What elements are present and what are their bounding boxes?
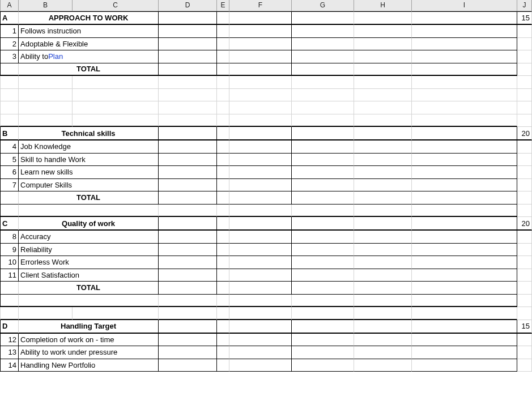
item-number: 12: [0, 334, 19, 347]
cell-empty[interactable]: [229, 25, 292, 38]
item-row[interactable]: 5 Skill to handle Work: [0, 154, 532, 167]
cell-empty[interactable]: [292, 38, 354, 51]
item-label: Ability to Plan: [19, 50, 159, 63]
item-row[interactable]: 14 Handling New Portfolio: [0, 359, 532, 372]
cell-empty[interactable]: [354, 63, 412, 76]
col-header-B[interactable]: B: [19, 0, 73, 11]
cell-empty[interactable]: [159, 127, 217, 140]
hyperlink-text[interactable]: Plan: [48, 52, 63, 61]
section-b-score: 20: [517, 127, 532, 140]
column-headers: A B C D E F G H I J: [0, 0, 532, 11]
cell-empty[interactable]: [517, 38, 532, 51]
cell-empty[interactable]: [292, 63, 354, 76]
blank-row[interactable]: [0, 205, 532, 218]
col-header-E[interactable]: E: [217, 0, 229, 11]
cell-empty[interactable]: [292, 127, 354, 140]
cell-empty[interactable]: [517, 63, 532, 76]
cell-empty[interactable]: [159, 25, 217, 38]
cell-empty[interactable]: [229, 38, 292, 51]
cell-empty[interactable]: [217, 50, 229, 63]
item-row[interactable]: 3 Ability to Plan: [0, 50, 532, 63]
cell-empty[interactable]: [354, 50, 412, 63]
cell-empty[interactable]: [159, 38, 217, 51]
item-row[interactable]: 12 Completion of work on - time: [0, 334, 532, 347]
cell-empty[interactable]: [229, 50, 292, 63]
section-c-header[interactable]: C Quality of work 20: [0, 217, 532, 231]
blank-row[interactable]: [0, 307, 532, 320]
cell-empty[interactable]: [229, 63, 292, 76]
item-row[interactable]: 8 Accuracy: [0, 231, 532, 244]
cell-empty[interactable]: [292, 25, 354, 38]
col-header-D[interactable]: D: [159, 0, 217, 11]
total-row[interactable]: TOTAL: [0, 282, 532, 295]
cell-empty[interactable]: [217, 63, 229, 76]
cell-empty[interactable]: [517, 50, 532, 63]
col-header-G[interactable]: G: [292, 0, 354, 11]
col-header-J[interactable]: J: [517, 0, 532, 11]
item-row[interactable]: 11 Client Satisfaction: [0, 269, 532, 282]
col-header-A[interactable]: A: [0, 0, 19, 11]
cell-empty[interactable]: [217, 11, 229, 25]
item-row[interactable]: 9 Reliability: [0, 244, 532, 257]
item-row[interactable]: 13 Ability to work under pressure: [0, 346, 532, 359]
cell-empty[interactable]: [0, 63, 19, 76]
item-number: 10: [0, 256, 19, 269]
section-c-letter: C: [0, 217, 19, 231]
spreadsheet[interactable]: A B C D E F G H I J A APPROACH TO WORK 1…: [0, 0, 532, 372]
cell-empty[interactable]: [354, 127, 412, 140]
col-header-I[interactable]: I: [412, 0, 517, 11]
item-number: 5: [0, 154, 19, 167]
section-b-header[interactable]: B Technical skills 20: [0, 127, 532, 140]
item-number: 7: [0, 179, 19, 192]
blank-row[interactable]: [0, 114, 532, 127]
cell-empty[interactable]: [229, 127, 292, 140]
cell-empty[interactable]: [217, 25, 229, 38]
item-label: Errorless Work: [19, 256, 159, 269]
section-a-header[interactable]: A APPROACH TO WORK 15: [0, 11, 532, 25]
cell-empty[interactable]: [354, 11, 412, 25]
cell-empty[interactable]: [412, 25, 517, 38]
cell-empty[interactable]: [517, 25, 532, 38]
item-row[interactable]: 1 Follows instruction: [0, 25, 532, 38]
total-row[interactable]: TOTAL: [0, 191, 532, 205]
cell-empty[interactable]: [292, 50, 354, 63]
cell-empty[interactable]: [412, 38, 517, 51]
cell-empty[interactable]: [159, 11, 217, 25]
cell-empty[interactable]: [159, 50, 217, 63]
total-row[interactable]: TOTAL: [0, 63, 532, 76]
section-d-title: Handling Target: [19, 320, 159, 334]
blank-row[interactable]: [0, 76, 532, 89]
cell-empty[interactable]: [412, 11, 517, 25]
total-label: TOTAL: [19, 191, 159, 205]
col-header-H[interactable]: H: [354, 0, 412, 11]
item-row[interactable]: 6 Learn new skills: [0, 166, 532, 179]
item-row[interactable]: 4 Job Knowledge: [0, 140, 532, 154]
blank-row[interactable]: [0, 89, 532, 102]
cell-empty[interactable]: [292, 11, 354, 25]
cell-empty[interactable]: [412, 127, 517, 140]
cell-empty[interactable]: [159, 63, 217, 76]
cell-empty[interactable]: [229, 11, 292, 25]
item-row[interactable]: 7 Computer Skills: [0, 179, 532, 192]
col-header-F[interactable]: F: [229, 0, 292, 11]
item-label: Ability to work under pressure: [19, 346, 159, 359]
cell-empty[interactable]: [217, 38, 229, 51]
total-label: TOTAL: [19, 63, 159, 76]
section-c-score: 20: [517, 217, 532, 231]
item-row[interactable]: 10 Errorless Work: [0, 256, 532, 269]
cell-empty[interactable]: [354, 38, 412, 51]
cell-empty[interactable]: [412, 63, 517, 76]
item-label: Accuracy: [19, 231, 159, 244]
section-d-header[interactable]: D Handling Target 15: [0, 320, 532, 334]
label-text: Ability to: [20, 52, 48, 61]
cell-empty[interactable]: [412, 50, 517, 63]
col-header-C[interactable]: C: [73, 0, 159, 11]
section-c-title: Quality of work: [19, 217, 159, 231]
item-label: Adoptable & Flexible: [19, 38, 159, 51]
cell-empty[interactable]: [354, 25, 412, 38]
blank-row[interactable]: [0, 295, 532, 308]
item-label: Skill to handle Work: [19, 154, 159, 167]
blank-row[interactable]: [0, 101, 532, 114]
cell-empty[interactable]: [217, 127, 229, 140]
item-row[interactable]: 2 Adoptable & Flexible: [0, 38, 532, 51]
